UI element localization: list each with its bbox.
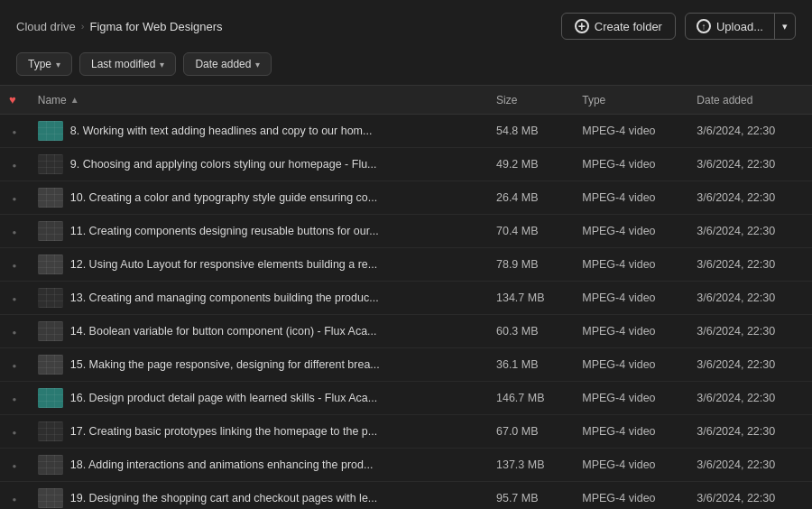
- table-row[interactable]: ● 14. Boolean: [0, 315, 812, 348]
- breadcrumb-root[interactable]: Cloud drive: [16, 20, 76, 33]
- row-name-cell: 16. Design product detail page with lear…: [29, 382, 487, 415]
- file-table: ♥ Name ▲ Size Type Date added ●: [0, 85, 812, 509]
- table-row[interactable]: ● 15. Making t: [0, 348, 812, 382]
- svg-rect-16: [38, 194, 63, 195]
- svg-rect-30: [38, 261, 63, 262]
- upload-caret-button[interactable]: ▾: [774, 14, 795, 39]
- svg-rect-38: [38, 301, 63, 301]
- table-row[interactable]: ● 12. Using Au: [0, 248, 812, 282]
- svg-rect-80: [38, 501, 63, 502]
- row-size: 49.2 MB: [487, 148, 573, 181]
- bullet-icon: ●: [12, 128, 16, 136]
- bullet-icon: ●: [12, 429, 16, 437]
- svg-rect-54: [46, 355, 47, 375]
- col-header-date[interactable]: Date added: [687, 86, 812, 115]
- row-fav[interactable]: ●: [0, 449, 29, 482]
- row-fav[interactable]: ●: [0, 248, 29, 282]
- row-filename: 13. Creating and managing components bui…: [70, 292, 379, 304]
- row-fav[interactable]: ●: [0, 215, 29, 248]
- svg-rect-37: [38, 294, 63, 295]
- plus-icon: +: [575, 19, 589, 33]
- table-row[interactable]: ● 18. Adding i: [0, 449, 812, 482]
- thumb-svg: [38, 121, 63, 141]
- row-fav[interactable]: ●: [0, 315, 29, 348]
- svg-rect-68: [46, 421, 47, 441]
- svg-rect-31: [38, 267, 63, 268]
- svg-rect-73: [38, 467, 63, 468]
- heart-icon: ♥: [9, 93, 16, 106]
- row-filename: 11. Creating components designing reusab…: [70, 225, 379, 237]
- svg-rect-17: [38, 200, 63, 201]
- col-header-type[interactable]: Type: [573, 86, 687, 115]
- table-row[interactable]: ● 10. Creating: [0, 181, 812, 215]
- svg-rect-26: [46, 221, 47, 241]
- row-date: 3/6/2024, 22:30: [687, 415, 812, 449]
- svg-rect-44: [38, 328, 63, 329]
- col-header-fav: ♥: [0, 86, 29, 115]
- type-filter-button[interactable]: Type ▾: [16, 52, 72, 76]
- upload-caret-icon: ▾: [782, 21, 788, 32]
- svg-rect-50: [38, 355, 63, 356]
- row-fav[interactable]: ●: [0, 148, 29, 181]
- last-modified-filter-button[interactable]: Last modified ▾: [79, 52, 176, 76]
- svg-rect-36: [38, 288, 63, 289]
- svg-rect-33: [46, 255, 47, 274]
- svg-rect-20: [54, 188, 55, 208]
- row-fav[interactable]: ●: [0, 282, 29, 315]
- row-type: MPEG-4 video: [573, 348, 687, 382]
- table-row[interactable]: ● 17. Creating: [0, 415, 812, 449]
- thumb-svg: [38, 421, 63, 441]
- table-row[interactable]: ● 16. Design p: [0, 382, 812, 415]
- svg-rect-62: [54, 388, 55, 408]
- row-filename: 15. Making the page responsive, designin…: [70, 358, 380, 371]
- row-fav[interactable]: ●: [0, 181, 29, 215]
- row-filename: 12. Using Auto Layout for responsive ele…: [70, 258, 377, 271]
- svg-rect-57: [38, 388, 63, 389]
- row-type: MPEG-4 video: [573, 382, 687, 415]
- row-name-cell: 11. Creating components designing reusab…: [29, 215, 487, 248]
- table-row[interactable]: ● 13. Creating: [0, 282, 812, 315]
- svg-rect-8: [38, 154, 63, 155]
- svg-rect-58: [38, 394, 63, 395]
- row-fav[interactable]: ●: [0, 115, 29, 148]
- file-thumbnail: [38, 121, 63, 141]
- table-row[interactable]: ● 8. Working w: [0, 115, 812, 148]
- create-folder-button[interactable]: + Create folder: [561, 13, 676, 40]
- bullet-icon: ●: [12, 195, 16, 203]
- row-size: 95.7 MB: [487, 482, 573, 510]
- row-fav[interactable]: ●: [0, 482, 29, 510]
- thumb-svg: [38, 321, 63, 341]
- file-thumbnail: [38, 188, 63, 208]
- row-type: MPEG-4 video: [573, 482, 687, 510]
- svg-rect-9: [38, 161, 63, 162]
- col-header-size[interactable]: Size: [487, 86, 573, 115]
- svg-rect-48: [54, 321, 55, 341]
- file-thumbnail: [38, 288, 63, 308]
- date-added-filter-button[interactable]: Date added ▾: [183, 52, 272, 76]
- row-name-cell: 17. Creating basic prototypes linking th…: [29, 415, 487, 449]
- row-fav[interactable]: ●: [0, 382, 29, 415]
- row-type: MPEG-4 video: [573, 115, 687, 148]
- svg-rect-71: [38, 455, 63, 456]
- thumb-svg: [38, 188, 63, 208]
- svg-rect-64: [38, 421, 63, 422]
- col-header-name[interactable]: Name ▲: [29, 86, 487, 115]
- caret-icon: ▾: [160, 60, 164, 69]
- row-fav[interactable]: ●: [0, 415, 29, 449]
- row-filename: 9. Choosing and applying colors styling …: [70, 158, 377, 171]
- table-row[interactable]: ● 19. Designin: [0, 482, 812, 510]
- svg-rect-52: [38, 367, 63, 368]
- caret-icon: ▾: [56, 60, 60, 69]
- row-fav[interactable]: ●: [0, 348, 29, 382]
- table-row[interactable]: ● 9. Choosing: [0, 148, 812, 181]
- table-row[interactable]: ● 11. Creating: [0, 215, 812, 248]
- svg-rect-69: [54, 421, 55, 441]
- svg-rect-12: [46, 154, 47, 174]
- thumb-svg: [38, 388, 63, 408]
- svg-rect-70: [38, 455, 63, 475]
- row-date: 3/6/2024, 22:30: [687, 315, 812, 348]
- upload-button[interactable]: ↑ Upload...: [686, 14, 774, 39]
- svg-rect-39: [38, 307, 63, 308]
- svg-rect-77: [38, 488, 63, 508]
- svg-rect-1: [38, 121, 63, 122]
